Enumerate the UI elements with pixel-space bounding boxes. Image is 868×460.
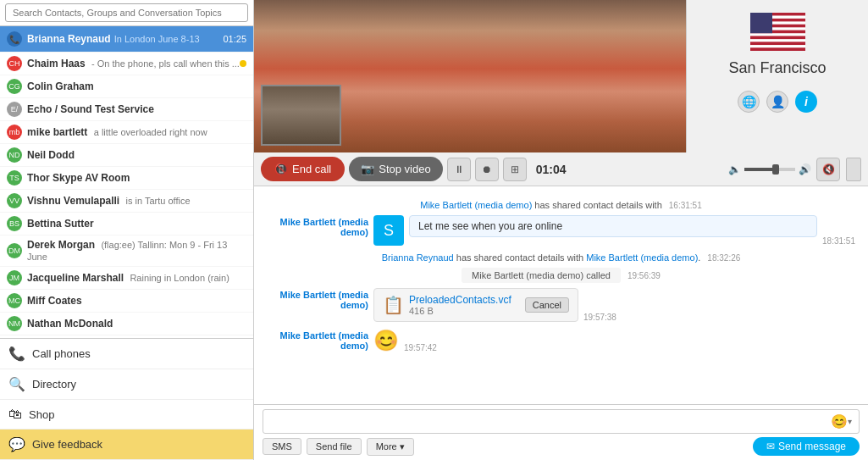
contact-item-bettina[interactable]: BS Bettina Sutter bbox=[0, 213, 253, 236]
contact-name-thor-skype: Thor Skype AV Room bbox=[27, 172, 130, 184]
contact-item-chaim-haas[interactable]: CH Chaim Haas - On the phone, pls call w… bbox=[0, 53, 253, 75]
contact-avatar-chaim-haas: CH bbox=[7, 56, 22, 71]
contact-avatar-miff-coates: MC bbox=[7, 293, 22, 308]
nav-call-phones[interactable]: 📞 Call phones bbox=[0, 339, 253, 369]
nav-directory-label: Directory bbox=[32, 378, 76, 391]
contact-name-colin-graham: Colin Graham bbox=[27, 80, 94, 92]
send-message-button[interactable]: ✉ Send message bbox=[753, 437, 860, 456]
contact-item-colin-graham[interactable]: CG Colin Graham bbox=[0, 75, 253, 98]
msg-2-time: 18:31:51 bbox=[822, 236, 855, 246]
mute-button[interactable]: 🔇 bbox=[816, 158, 840, 181]
contact-avatar-echo-test: E/ bbox=[7, 102, 22, 117]
globe-icon-btn[interactable]: 🌐 bbox=[738, 91, 760, 113]
msg-5-time: 19:57:38 bbox=[583, 313, 616, 322]
contact-name-neil-dodd: Neil Dodd bbox=[27, 149, 75, 161]
svg-rect-8 bbox=[750, 36, 805, 39]
active-contact-name: Brianna Reynaud bbox=[27, 33, 111, 45]
contact-status-jacqueline: Raining in London (rain) bbox=[130, 273, 229, 283]
volume-slider[interactable] bbox=[744, 168, 795, 171]
file-icon: 📋 bbox=[383, 295, 404, 315]
chat-area: Mike Bartlett (media demo) has shared co… bbox=[254, 186, 868, 404]
info-icon-btn[interactable]: i bbox=[795, 91, 817, 113]
contact-avatar-neil-dodd: ND bbox=[7, 147, 22, 163]
filename: PreloadedContacts.vcf bbox=[409, 294, 511, 306]
contact-name-jacqueline: Jacqueline Marshall bbox=[27, 272, 124, 284]
volume-high-icon: 🔊 bbox=[799, 163, 811, 175]
contacts-list: CH Chaim Haas - On the phone, pls call w… bbox=[0, 53, 253, 338]
phone-end-icon: 📵 bbox=[274, 163, 288, 175]
active-contact-item[interactable]: 📞 Brianna Reynaud In London June 8-13 01… bbox=[0, 26, 253, 53]
video-stop-icon: 📷 bbox=[361, 163, 374, 175]
contact-item-derek[interactable]: DM Derek Morgan (flag:ee) Tallinn: Mon 9… bbox=[0, 236, 253, 267]
phone-icon: 📞 bbox=[8, 346, 25, 362]
sms-button[interactable]: SMS bbox=[263, 438, 301, 455]
msg-5-file: 📋 PreloadedContacts.vcf 416 B Cancel bbox=[373, 288, 578, 322]
contact-avatar-vishnu: VV bbox=[7, 193, 22, 208]
msg-3-text: Brianna Reynaud has shared contact detai… bbox=[382, 252, 701, 263]
left-panel: 📞 Brianna Reynaud In London June 8-13 01… bbox=[0, 0, 254, 460]
emoji-picker-btn[interactable]: 😊 bbox=[831, 413, 848, 430]
grid-button[interactable]: ⊞ bbox=[503, 158, 527, 181]
msg-6-emoji: 😊 bbox=[373, 329, 399, 352]
emoji-dropdown-icon[interactable]: ▾ bbox=[848, 417, 852, 426]
nav-directory[interactable]: 🔍 Directory bbox=[0, 369, 253, 400]
contact-item-jacqueline[interactable]: JM Jacqueline Marshall Raining in London… bbox=[0, 267, 253, 290]
search-input[interactable] bbox=[5, 3, 248, 22]
msg-2-bubble: Let me see when you are online bbox=[409, 215, 817, 237]
right-panel: San Francisco 🌐 👤 i 📵 End call 📷 Stop vi… bbox=[254, 0, 868, 460]
msg-row-1: Mike Bartlett (media demo) has shared co… bbox=[267, 200, 855, 210]
contact-item-echo-test[interactable]: E/ Echo / Sound Test Service bbox=[0, 98, 253, 121]
pip-video bbox=[261, 85, 341, 146]
record-button[interactable]: ⏺ bbox=[475, 158, 499, 181]
pause-button[interactable]: ⏸ bbox=[447, 158, 471, 181]
feedback-icon: 💬 bbox=[8, 436, 25, 452]
msg-1-text: Mike Bartlett (media demo) has shared co… bbox=[420, 200, 662, 210]
contact-item-nathan[interactable]: NM Nathan McDonald bbox=[0, 313, 253, 335]
end-call-button[interactable]: 📵 End call bbox=[261, 157, 345, 181]
contact-avatar-thor-skype: TS bbox=[7, 170, 22, 186]
contact-item-miff-coates[interactable]: MC Miff Coates bbox=[0, 290, 253, 313]
msg-row-4: Mike Bartlett (media demo) called 19:56:… bbox=[267, 268, 855, 283]
contact-avatar-nathan: NM bbox=[7, 316, 22, 331]
shop-icon: 🛍 bbox=[8, 407, 22, 422]
directory-icon: 🔍 bbox=[8, 376, 25, 392]
input-area: 😊 ▾ SMS Send file More ▾ ✉ Send message bbox=[254, 404, 868, 460]
send-label: Send message bbox=[778, 441, 846, 452]
search-bar bbox=[0, 0, 253, 26]
nav-shop[interactable]: 🛍 Shop bbox=[0, 400, 253, 430]
contact-item-thor-skype[interactable]: TS Thor Skype AV Room bbox=[0, 167, 253, 190]
message-input[interactable] bbox=[270, 416, 827, 428]
volume-control: 🔈 🔊 🔇 bbox=[728, 158, 840, 181]
more-button[interactable]: More ▾ bbox=[367, 438, 414, 456]
contact-name-miff-coates: Miff Coates bbox=[27, 295, 82, 307]
cancel-file-button[interactable]: Cancel bbox=[525, 297, 569, 313]
send-file-button[interactable]: Send file bbox=[307, 438, 362, 455]
expand-button[interactable] bbox=[846, 158, 861, 181]
msg-row-2: Mike Bartlett (media demo) S Let me see … bbox=[267, 215, 855, 246]
filesize: 416 B bbox=[409, 306, 511, 316]
svg-rect-11 bbox=[750, 45, 805, 47]
msg-row-6: Mike Bartlett (media demo) 😊 19:57:42 bbox=[267, 329, 855, 352]
stop-video-button[interactable]: 📷 Stop video bbox=[349, 157, 442, 181]
msg-1-time: 16:31:51 bbox=[669, 201, 702, 210]
feedback-item[interactable]: 💬 Give feedback bbox=[0, 430, 253, 460]
us-flag bbox=[750, 13, 805, 51]
contact-status-vishnu: is in Tartu office bbox=[126, 196, 191, 206]
contact-item-vishnu[interactable]: VV Vishnu Vemulapalli is in Tartu office bbox=[0, 190, 253, 213]
end-call-label: End call bbox=[292, 163, 331, 175]
contact-icon-btn[interactable]: 👤 bbox=[766, 91, 788, 113]
feedback-label: Give feedback bbox=[32, 438, 102, 451]
contact-item-neil-dodd[interactable]: ND Neil Dodd bbox=[0, 144, 253, 167]
contact-item-mike-bartlett[interactable]: mb mike bartlett a little overloaded rig… bbox=[0, 121, 253, 144]
sidebar-action-icons: 🌐 👤 i bbox=[738, 91, 817, 113]
call-timer: 01:04 bbox=[536, 163, 567, 176]
contact-name-mike-bartlett: mike bartlett bbox=[27, 126, 87, 138]
svg-rect-10 bbox=[750, 42, 805, 45]
contact-status-mike-bartlett: a little overloaded right now bbox=[94, 127, 207, 137]
sf-label: San Francisco bbox=[728, 59, 826, 77]
right-sidebar: San Francisco 🌐 👤 i bbox=[686, 0, 868, 152]
msg-row-3: Brianna Reynaud has shared contact detai… bbox=[267, 252, 855, 263]
active-contact-avatar: 📞 bbox=[7, 31, 22, 47]
contact-name-chaim-haas: Chaim Haas bbox=[27, 58, 86, 69]
nav-shop-label: Shop bbox=[29, 408, 54, 421]
